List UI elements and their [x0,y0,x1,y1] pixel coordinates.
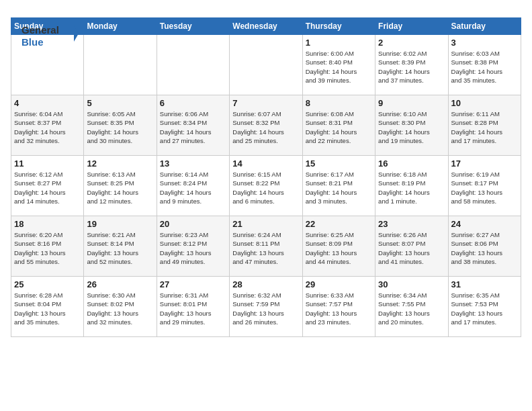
day-info: Sunrise: 6:10 AM Sunset: 8:30 PM Dayligh… [378,109,445,145]
calendar-cell: 18Sunrise: 6:20 AM Sunset: 8:16 PM Dayli… [11,216,84,277]
day-number: 28 [232,279,299,289]
calendar-cell: 12Sunrise: 6:13 AM Sunset: 8:25 PM Dayli… [84,156,157,216]
calendar-cell: 10Sunrise: 6:11 AM Sunset: 8:28 PM Dayli… [448,95,521,156]
day-number: 5 [87,98,153,108]
day-info: Sunrise: 6:04 AM Sunset: 8:37 PM Dayligh… [14,109,81,145]
weekday-header-friday: Friday [375,18,448,35]
day-number: 18 [14,219,81,229]
day-info: Sunrise: 6:34 AM Sunset: 7:55 PM Dayligh… [378,291,445,326]
calendar-cell: 26Sunrise: 6:30 AM Sunset: 8:02 PM Dayli… [84,277,157,337]
svg-marker-2 [74,26,79,42]
calendar-cell: 24Sunrise: 6:27 AM Sunset: 8:06 PM Dayli… [448,216,521,277]
calendar-week-1: 1Sunrise: 6:00 AM Sunset: 8:40 PM Daylig… [11,35,521,95]
day-number: 12 [87,158,153,169]
svg-text:General: General [21,24,59,36]
logo: General Blue [21,21,79,52]
calendar-cell: 5Sunrise: 6:05 AM Sunset: 8:35 PM Daylig… [84,95,157,156]
day-info: Sunrise: 6:30 AM Sunset: 8:02 PM Dayligh… [87,291,153,326]
weekday-header-monday: Monday [84,18,157,35]
day-number: 29 [306,279,372,289]
day-info: Sunrise: 6:13 AM Sunset: 8:25 PM Dayligh… [87,170,153,205]
calendar-cell: 13Sunrise: 6:14 AM Sunset: 8:24 PM Dayli… [157,156,229,216]
day-info: Sunrise: 6:28 AM Sunset: 8:04 PM Dayligh… [14,291,81,326]
calendar-cell: 11Sunrise: 6:12 AM Sunset: 8:27 PM Dayli… [11,156,84,216]
day-info: Sunrise: 6:17 AM Sunset: 8:21 PM Dayligh… [306,170,372,205]
calendar-cell: 30Sunrise: 6:34 AM Sunset: 7:55 PM Dayli… [375,277,448,337]
day-number: 10 [451,98,518,108]
day-number: 31 [451,279,518,289]
calendar-cell: 16Sunrise: 6:18 AM Sunset: 8:19 PM Dayli… [375,156,448,216]
calendar-cell: 25Sunrise: 6:28 AM Sunset: 8:04 PM Dayli… [11,277,84,337]
day-number: 3 [451,38,518,48]
day-info: Sunrise: 6:12 AM Sunset: 8:27 PM Dayligh… [14,170,81,205]
day-number: 30 [378,279,445,289]
day-info: Sunrise: 6:23 AM Sunset: 8:12 PM Dayligh… [160,230,226,266]
day-number: 1 [306,38,372,48]
calendar-cell [157,35,229,95]
logo-svg: General Blue [21,21,79,52]
day-number: 20 [160,219,226,229]
weekday-header-saturday: Saturday [448,18,521,35]
day-number: 14 [232,158,299,169]
calendar-cell: 21Sunrise: 6:24 AM Sunset: 8:11 PM Dayli… [230,216,302,277]
day-number: 11 [14,158,81,169]
calendar-cell: 6Sunrise: 6:06 AM Sunset: 8:34 PM Daylig… [157,95,229,156]
day-info: Sunrise: 6:00 AM Sunset: 8:40 PM Dayligh… [306,49,372,85]
day-number: 9 [378,98,445,108]
svg-text:Blue: Blue [21,36,44,48]
calendar-cell: 29Sunrise: 6:33 AM Sunset: 7:57 PM Dayli… [302,277,375,337]
day-info: Sunrise: 6:27 AM Sunset: 8:06 PM Dayligh… [451,230,518,266]
calendar-cell [84,35,157,95]
page-header: General Blue [11,11,521,12]
calendar-cell: 15Sunrise: 6:17 AM Sunset: 8:21 PM Dayli… [302,156,375,216]
day-info: Sunrise: 6:06 AM Sunset: 8:34 PM Dayligh… [160,109,226,145]
day-info: Sunrise: 6:11 AM Sunset: 8:28 PM Dayligh… [451,109,518,145]
calendar-cell: 2Sunrise: 6:02 AM Sunset: 8:39 PM Daylig… [375,35,448,95]
day-number: 17 [451,158,518,169]
day-info: Sunrise: 6:25 AM Sunset: 8:09 PM Dayligh… [306,230,372,266]
day-info: Sunrise: 6:24 AM Sunset: 8:11 PM Dayligh… [232,230,299,266]
day-number: 4 [14,98,81,108]
day-number: 24 [451,219,518,229]
day-number: 8 [306,98,372,108]
weekday-header-tuesday: Tuesday [157,18,229,35]
day-info: Sunrise: 6:15 AM Sunset: 8:22 PM Dayligh… [232,170,299,205]
day-info: Sunrise: 6:07 AM Sunset: 8:32 PM Dayligh… [232,109,299,145]
day-number: 2 [378,38,445,48]
calendar-cell: 8Sunrise: 6:08 AM Sunset: 8:31 PM Daylig… [302,95,375,156]
day-number: 21 [232,219,299,229]
calendar-cell: 31Sunrise: 6:35 AM Sunset: 7:53 PM Dayli… [448,277,521,337]
day-info: Sunrise: 6:03 AM Sunset: 8:38 PM Dayligh… [451,49,518,85]
weekday-header-row: SundayMondayTuesdayWednesdayThursdayFrid… [11,18,521,35]
day-number: 26 [87,279,153,289]
day-number: 22 [306,219,372,229]
calendar-week-3: 11Sunrise: 6:12 AM Sunset: 8:27 PM Dayli… [11,156,521,216]
calendar-cell: 14Sunrise: 6:15 AM Sunset: 8:22 PM Dayli… [230,156,302,216]
day-info: Sunrise: 6:26 AM Sunset: 8:07 PM Dayligh… [378,230,445,266]
calendar-cell: 7Sunrise: 6:07 AM Sunset: 8:32 PM Daylig… [230,95,302,156]
day-info: Sunrise: 6:19 AM Sunset: 8:17 PM Dayligh… [451,170,518,205]
day-number: 15 [306,158,372,169]
day-number: 23 [378,219,445,229]
day-info: Sunrise: 6:21 AM Sunset: 8:14 PM Dayligh… [87,230,153,266]
day-info: Sunrise: 6:08 AM Sunset: 8:31 PM Dayligh… [306,109,372,145]
calendar-cell: 27Sunrise: 6:31 AM Sunset: 8:01 PM Dayli… [157,277,229,337]
calendar-cell: 20Sunrise: 6:23 AM Sunset: 8:12 PM Dayli… [157,216,229,277]
day-info: Sunrise: 6:31 AM Sunset: 8:01 PM Dayligh… [160,291,226,326]
day-number: 25 [14,279,81,289]
weekday-header-wednesday: Wednesday [230,18,302,35]
calendar-cell: 17Sunrise: 6:19 AM Sunset: 8:17 PM Dayli… [448,156,521,216]
day-info: Sunrise: 6:05 AM Sunset: 8:35 PM Dayligh… [87,109,153,145]
calendar-cell: 23Sunrise: 6:26 AM Sunset: 8:07 PM Dayli… [375,216,448,277]
day-info: Sunrise: 6:32 AM Sunset: 7:59 PM Dayligh… [232,291,299,326]
day-number: 13 [160,158,226,169]
day-info: Sunrise: 6:33 AM Sunset: 7:57 PM Dayligh… [306,291,372,326]
calendar-week-5: 25Sunrise: 6:28 AM Sunset: 8:04 PM Dayli… [11,277,521,337]
calendar-week-4: 18Sunrise: 6:20 AM Sunset: 8:16 PM Dayli… [11,216,521,277]
day-number: 7 [232,98,299,108]
day-number: 19 [87,219,153,229]
calendar-cell: 1Sunrise: 6:00 AM Sunset: 8:40 PM Daylig… [302,35,375,95]
day-number: 27 [160,279,226,289]
calendar-week-2: 4Sunrise: 6:04 AM Sunset: 8:37 PM Daylig… [11,95,521,156]
day-info: Sunrise: 6:35 AM Sunset: 7:53 PM Dayligh… [451,291,518,326]
